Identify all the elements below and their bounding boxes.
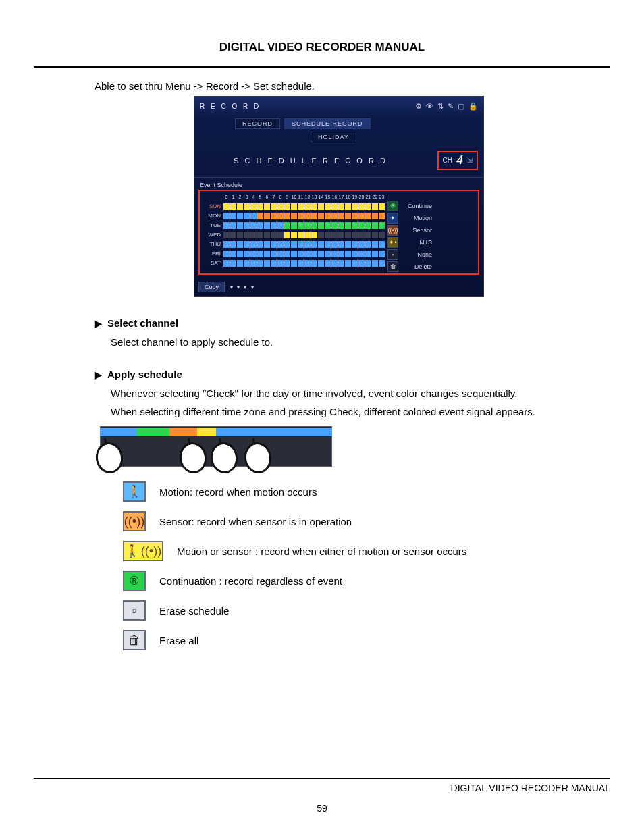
schedule-cell[interactable] [318, 222, 324, 229]
schedule-cell[interactable] [230, 251, 236, 257]
schedule-cell[interactable] [298, 203, 304, 210]
schedule-cell[interactable] [365, 232, 371, 238]
schedule-cell[interactable] [230, 232, 236, 238]
schedule-cell[interactable] [244, 260, 250, 267]
schedule-cell[interactable] [223, 251, 230, 257]
schedule-cell[interactable] [331, 203, 338, 210]
schedule-cell[interactable] [264, 213, 270, 219]
schedule-cell[interactable] [291, 260, 297, 267]
schedule-cell[interactable] [365, 241, 371, 248]
schedule-cell[interactable] [250, 241, 257, 248]
schedule-cell[interactable] [325, 232, 331, 238]
schedule-cell[interactable] [318, 203, 324, 210]
schedule-cell[interactable] [257, 232, 263, 238]
schedule-cell[interactable] [298, 241, 304, 248]
schedule-cell[interactable] [331, 232, 338, 238]
schedule-cell[interactable] [345, 241, 351, 248]
schedule-cell[interactable] [379, 251, 385, 257]
schedule-cell[interactable] [352, 203, 358, 210]
schedule-cell[interactable] [298, 251, 304, 257]
schedule-cell[interactable] [271, 203, 277, 210]
schedule-cell[interactable] [271, 222, 277, 229]
schedule-cell[interactable] [298, 213, 304, 219]
schedule-cell[interactable] [338, 260, 344, 267]
schedule-cell[interactable] [291, 232, 297, 238]
schedule-cell[interactable] [331, 260, 338, 267]
schedule-cell[interactable] [379, 260, 385, 267]
schedule-cell[interactable] [298, 260, 304, 267]
schedule-cell[interactable] [264, 232, 270, 238]
schedule-cell[interactable] [331, 241, 338, 248]
schedule-cell[interactable] [291, 251, 297, 257]
schedule-cell[interactable] [223, 260, 230, 267]
schedule-cell[interactable] [352, 222, 358, 229]
schedule-cell[interactable] [244, 213, 250, 219]
schedule-cell[interactable] [298, 232, 304, 238]
schedule-cell[interactable] [358, 203, 365, 210]
schedule-cell[interactable] [338, 203, 344, 210]
continue-icon[interactable]: ® [387, 201, 398, 211]
schedule-cell[interactable] [244, 203, 250, 210]
schedule-cell[interactable] [331, 213, 338, 219]
schedule-cell[interactable] [244, 251, 250, 257]
schedule-cell[interactable] [277, 203, 284, 210]
channel-selector[interactable]: CH 4 ⇲ [437, 151, 478, 170]
schedule-cell[interactable] [257, 241, 263, 248]
schedule-cell[interactable] [250, 260, 257, 267]
schedule-cell[interactable] [237, 213, 243, 219]
schedule-cell[interactable] [264, 203, 270, 210]
pencil-icon[interactable]: ✎ [448, 102, 454, 111]
schedule-cell[interactable] [237, 222, 243, 229]
schedule-cell[interactable] [372, 213, 378, 219]
schedule-cell[interactable] [271, 232, 277, 238]
schedule-cell[interactable] [352, 232, 358, 238]
none-mini-icon[interactable]: ▫ [387, 249, 398, 260]
schedule-grid[interactable]: 01234567891011121314151617181920212223SU… [203, 192, 385, 272]
delete-mini-icon[interactable]: 🗑 [387, 261, 398, 272]
schedule-cell[interactable] [318, 260, 324, 267]
schedule-cell[interactable] [345, 232, 351, 238]
schedule-cell[interactable] [223, 241, 230, 248]
schedule-cell[interactable] [304, 241, 311, 248]
schedule-cell[interactable] [223, 222, 230, 229]
schedule-cell[interactable] [237, 232, 243, 238]
schedule-cell[interactable] [325, 241, 331, 248]
schedule-cell[interactable] [237, 251, 243, 257]
schedule-cell[interactable] [365, 251, 371, 257]
schedule-cell[interactable] [331, 251, 338, 257]
schedule-cell[interactable] [284, 203, 290, 210]
copy-button[interactable]: Copy [198, 282, 225, 292]
schedule-cell[interactable] [358, 232, 365, 238]
schedule-cell[interactable] [277, 241, 284, 248]
copy-dropdowns[interactable]: ▾ ▾ ▾ ▾ [230, 284, 255, 290]
schedule-cell[interactable] [264, 222, 270, 229]
schedule-cell[interactable] [352, 241, 358, 248]
schedule-cell[interactable] [365, 203, 371, 210]
schedule-cell[interactable] [358, 260, 365, 267]
schedule-cell[interactable] [345, 222, 351, 229]
schedule-cell[interactable] [358, 222, 365, 229]
schedule-cell[interactable] [318, 232, 324, 238]
schedule-cell[interactable] [318, 251, 324, 257]
schedule-cell[interactable] [379, 203, 385, 210]
schedule-cell[interactable] [277, 232, 284, 238]
schedule-cell[interactable] [237, 260, 243, 267]
schedule-cell[interactable] [284, 260, 290, 267]
monitor-icon[interactable]: ▢ [458, 102, 464, 111]
schedule-cell[interactable] [345, 203, 351, 210]
schedule-cell[interactable] [284, 213, 290, 219]
schedule-cell[interactable] [379, 222, 385, 229]
schedule-cell[interactable] [311, 241, 317, 248]
schedule-cell[interactable] [311, 222, 317, 229]
schedule-cell[interactable] [338, 213, 344, 219]
schedule-cell[interactable] [352, 213, 358, 219]
schedule-cell[interactable] [365, 260, 371, 267]
schedule-cell[interactable] [304, 251, 311, 257]
schedule-cell[interactable] [230, 213, 236, 219]
network-icon[interactable]: ⇅ [437, 102, 444, 111]
tab-holiday[interactable]: HOLIDAY [311, 132, 356, 142]
schedule-cell[interactable] [291, 213, 297, 219]
schedule-cell[interactable] [311, 232, 317, 238]
schedule-cell[interactable] [230, 241, 236, 248]
schedule-cell[interactable] [365, 222, 371, 229]
